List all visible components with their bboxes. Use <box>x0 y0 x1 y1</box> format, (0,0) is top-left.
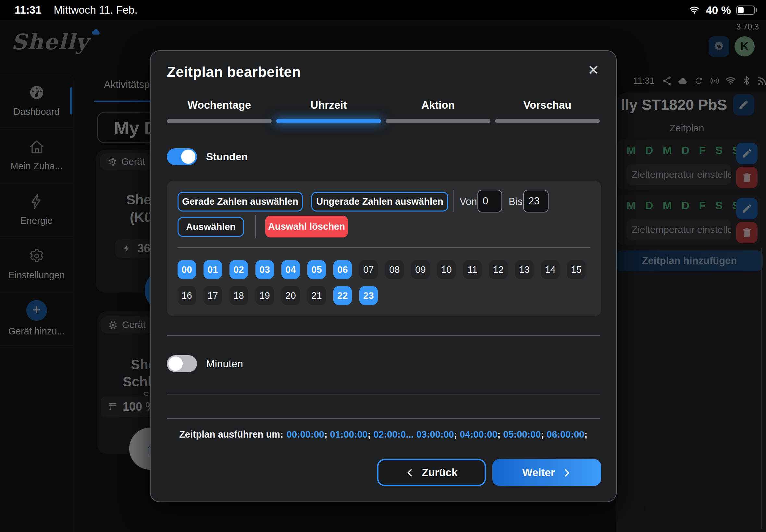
hour-cell-19[interactable]: 19 <box>255 286 274 305</box>
hour-cell-09[interactable]: 09 <box>411 260 430 279</box>
tab-vorschau[interactable]: Vorschau <box>495 99 600 123</box>
schedule-time: 04:00:00 <box>460 429 497 440</box>
separator: ; <box>584 429 588 440</box>
battery-percentage: 40 % <box>706 4 731 17</box>
separator: ; <box>324 429 330 440</box>
tab-label: Wochentage <box>167 99 272 111</box>
wifi-icon <box>688 5 701 15</box>
hour-cell-03[interactable]: 03 <box>255 260 274 279</box>
tab-progress-bar <box>276 119 381 123</box>
summary-times: 00:00:00; 01:00:00; 02:00:0... 03:00:00;… <box>286 429 588 440</box>
separator: ; <box>541 429 547 440</box>
hour-cell-15[interactable]: 15 <box>567 260 586 279</box>
hours-toggle-row: Stunden <box>167 148 248 165</box>
hours-toggle-label: Stunden <box>206 151 248 163</box>
next-button-label: Weiter <box>522 466 555 479</box>
hour-cell-13[interactable]: 13 <box>515 260 534 279</box>
modal-tabs: WochentageUhrzeitAktionVorschau <box>167 99 600 123</box>
select-odd-button[interactable]: Ungerade Zahlen auswählen <box>311 192 448 212</box>
status-left: 11:31 Mittwoch 11. Feb. <box>15 4 138 16</box>
schedule-summary: Zeitplan ausführen um:00:00:00; 01:00:00… <box>160 429 606 440</box>
hour-cell-18[interactable]: 18 <box>229 286 248 305</box>
schedule-time: 00:00:00 <box>286 429 324 440</box>
schedule-time: 03:00:00 <box>417 429 454 440</box>
hour-cell-16[interactable]: 16 <box>177 286 196 305</box>
tab-label: Uhrzeit <box>276 99 381 111</box>
to-label: Bis <box>509 192 523 212</box>
close-icon[interactable]: ✕ <box>588 63 599 77</box>
schedule-time: 02:00:0... <box>373 429 414 440</box>
edit-schedule-modal: Zeitplan bearbeiten ✕ WochentageUhrzeitA… <box>150 50 617 502</box>
hour-cell-21[interactable]: 21 <box>307 286 326 305</box>
to-hour-input[interactable] <box>523 190 549 212</box>
status-bar: 11:31 Mittwoch 11. Feb. 40 % <box>0 0 766 20</box>
divider <box>167 418 600 419</box>
hour-cell-23[interactable]: 23 <box>359 286 378 305</box>
tab-uhrzeit[interactable]: Uhrzeit <box>276 99 381 123</box>
next-button[interactable]: Weiter <box>493 459 601 486</box>
divider <box>177 247 590 248</box>
tab-label: Vorschau <box>495 99 600 111</box>
tab-progress-bar <box>386 119 491 123</box>
chevron-right-icon <box>562 468 571 477</box>
hour-cell-20[interactable]: 20 <box>281 286 300 305</box>
tab-progress-bar <box>167 119 272 123</box>
battery-icon <box>736 6 757 15</box>
divider <box>167 335 600 336</box>
divider <box>255 215 256 238</box>
from-hour-input[interactable] <box>478 190 502 212</box>
select-range-button[interactable]: Auswählen <box>177 217 244 237</box>
hours-grid: 0001020304050607080910111213141516171819… <box>177 260 596 305</box>
tab-wochentage[interactable]: Wochentage <box>167 99 272 123</box>
from-label: Von <box>460 192 477 212</box>
hour-cell-05[interactable]: 05 <box>307 260 326 279</box>
back-button[interactable]: Zurück <box>377 459 486 486</box>
hour-cell-06[interactable]: 06 <box>333 260 352 279</box>
hour-cell-11[interactable]: 11 <box>463 260 482 279</box>
hour-cell-04[interactable]: 04 <box>281 260 300 279</box>
minutes-toggle-row: Minuten <box>167 355 243 372</box>
screen: 11:31 Mittwoch 11. Feb. 40 % 3.70.3 Shel… <box>0 0 766 532</box>
tab-progress-bar <box>495 119 600 123</box>
hours-toggle[interactable] <box>167 148 197 165</box>
status-time: 11:31 <box>15 4 42 16</box>
hour-cell-14[interactable]: 14 <box>541 260 560 279</box>
separator: ; <box>498 429 504 440</box>
chevron-left-icon <box>406 468 415 477</box>
modal-title: Zeitplan bearbeiten <box>167 64 301 80</box>
hour-cell-10[interactable]: 10 <box>437 260 456 279</box>
hour-cell-08[interactable]: 08 <box>385 260 404 279</box>
hour-cell-02[interactable]: 02 <box>229 260 248 279</box>
schedule-time: 06:00:00 <box>547 429 584 440</box>
minutes-toggle-label: Minuten <box>206 358 243 370</box>
hour-cell-22[interactable]: 22 <box>333 286 352 305</box>
separator: ; <box>368 429 373 440</box>
hours-panel: Gerade Zahlen auswählen Ungerade Zahlen … <box>167 181 601 316</box>
hour-cell-17[interactable]: 17 <box>203 286 222 305</box>
tab-label: Aktion <box>386 99 491 111</box>
status-right: 40 % <box>688 4 757 17</box>
divider <box>167 394 600 394</box>
schedule-time: 01:00:00 <box>330 429 368 440</box>
status-date: Mittwoch 11. Feb. <box>54 4 138 16</box>
separator <box>414 429 417 440</box>
schedule-time: 05:00:00 <box>503 429 541 440</box>
hour-cell-00[interactable]: 00 <box>177 260 196 279</box>
clear-selection-button[interactable]: Auswahl löschen <box>265 216 348 237</box>
hour-cell-01[interactable]: 01 <box>203 260 222 279</box>
hour-cell-07[interactable]: 07 <box>359 260 378 279</box>
hour-cell-12[interactable]: 12 <box>489 260 508 279</box>
minutes-toggle[interactable] <box>167 355 197 372</box>
divider <box>454 190 454 212</box>
select-even-button[interactable]: Gerade Zahlen auswählen <box>177 192 303 212</box>
summary-prefix: Zeitplan ausführen um: <box>179 429 283 440</box>
separator: ; <box>454 429 460 440</box>
back-button-label: Zurück <box>422 466 457 479</box>
tab-aktion[interactable]: Aktion <box>386 99 491 123</box>
